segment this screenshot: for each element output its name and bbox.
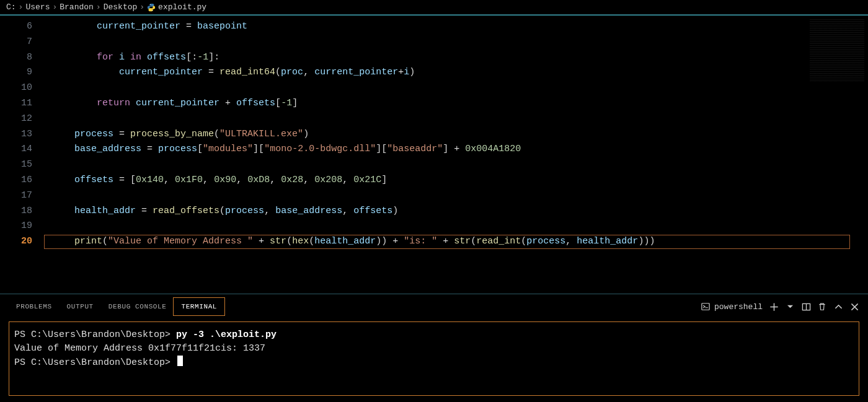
breadcrumb-separator: › — [140, 2, 144, 12]
terminal-cursor — [177, 356, 183, 366]
code-line[interactable]: base_address = process["modules"]["mono-… — [43, 142, 868, 157]
shell-name: powershell — [714, 302, 763, 312]
code-line[interactable]: offsets = [0x140, 0x1F0, 0x90, 0xD8, 0x2… — [43, 173, 868, 188]
code-line[interactable] — [43, 219, 868, 234]
panel-tab-terminal[interactable]: TERMINAL — [174, 298, 224, 315]
line-number-gutter: 67891011121314151617181920 — [0, 15, 43, 294]
line-number[interactable]: 20 — [0, 234, 43, 250]
code-line[interactable]: health_addr = read_offsets(process, base… — [43, 204, 868, 219]
code-line[interactable]: current_pointer = basepoint — [43, 19, 868, 35]
terminal[interactable]: PS C:\Users\Brandon\Desktop> py -3 .\exp… — [9, 321, 859, 396]
breadcrumb-segment[interactable]: Desktop — [104, 2, 138, 12]
terminal-prompt: PS C:\Users\Brandon\Desktop> — [14, 330, 176, 340]
line-number[interactable]: 12 — [0, 111, 43, 127]
breadcrumb-segment[interactable]: Brandon — [60, 2, 94, 12]
line-number[interactable]: 19 — [0, 219, 43, 234]
terminal-command: py -3 .\exploit.py — [176, 330, 277, 340]
breadcrumb[interactable]: C:›Users›Brandon›Desktop›exploit.py — [0, 0, 868, 15]
panel-tab-bar: PROBLEMSOUTPUTDEBUG CONSOLETERMINAL powe… — [0, 294, 868, 319]
breadcrumb-file[interactable]: exploit.py — [158, 2, 206, 12]
new-terminal-icon[interactable] — [769, 302, 779, 312]
terminal-prompt-line: PS C:\Users\Brandon\Desktop> py -3 .\exp… — [14, 328, 854, 342]
code-line[interactable]: print("Value of Memory Address " + str(h… — [43, 234, 851, 250]
line-number[interactable]: 14 — [0, 142, 43, 157]
panel-tab-output[interactable]: OUTPUT — [60, 298, 101, 315]
breadcrumb-segment[interactable]: Users — [25, 2, 50, 12]
split-terminal-icon[interactable] — [801, 302, 811, 312]
line-number[interactable]: 6 — [0, 19, 43, 35]
code-line[interactable]: current_pointer = read_int64(proc, curre… — [43, 65, 868, 81]
bottom-panel: PROBLEMSOUTPUTDEBUG CONSOLETERMINAL powe… — [0, 294, 868, 402]
code-line[interactable] — [43, 157, 868, 173]
svg-point-1 — [152, 10, 153, 11]
minimap[interactable] — [810, 19, 864, 81]
line-number[interactable]: 17 — [0, 188, 43, 204]
code-line[interactable]: return current_pointer + offsets[-1] — [43, 96, 868, 111]
code-line[interactable]: for i in offsets[:-1]: — [43, 50, 868, 66]
code-line[interactable] — [43, 35, 868, 50]
code-line[interactable] — [43, 188, 868, 204]
line-number[interactable]: 16 — [0, 173, 43, 188]
terminal-shell-label[interactable]: powershell — [701, 302, 763, 312]
line-number[interactable]: 7 — [0, 35, 43, 50]
code-line[interactable] — [43, 81, 868, 96]
code-area[interactable]: current_pointer = basepoint for i in off… — [43, 15, 868, 294]
terminal-output-line: Value of Memory Address 0x1f77f11f21cis:… — [14, 342, 854, 356]
breadcrumb-separator: › — [52, 2, 57, 12]
breadcrumb-segment[interactable]: C: — [6, 2, 16, 12]
terminal-prompt-line: PS C:\Users\Brandon\Desktop> — [14, 356, 854, 370]
kill-terminal-icon[interactable] — [817, 302, 827, 312]
code-line[interactable]: process = process_by_name("ULTRAKILL.exe… — [43, 127, 868, 142]
panel-tab-debug-console[interactable]: DEBUG CONSOLE — [101, 298, 174, 315]
line-number[interactable]: 11 — [0, 96, 43, 111]
app-window: C:›Users›Brandon›Desktop›exploit.py 6789… — [0, 0, 868, 402]
terminal-icon — [701, 302, 711, 312]
line-number[interactable]: 10 — [0, 81, 43, 96]
line-number[interactable]: 15 — [0, 157, 43, 173]
panel-tab-problems[interactable]: PROBLEMS — [9, 298, 60, 315]
line-number[interactable]: 8 — [0, 50, 43, 66]
maximize-panel-icon[interactable] — [833, 302, 843, 312]
line-number[interactable]: 9 — [0, 65, 43, 81]
close-panel-icon[interactable] — [849, 302, 859, 312]
line-number[interactable]: 18 — [0, 204, 43, 219]
terminal-prompt: PS C:\Users\Brandon\Desktop> — [14, 357, 176, 368]
python-file-icon — [147, 3, 156, 12]
breadcrumb-separator: › — [96, 2, 101, 12]
code-editor[interactable]: 67891011121314151617181920 current_point… — [0, 15, 868, 294]
line-number[interactable]: 13 — [0, 127, 43, 142]
breadcrumb-separator: › — [19, 2, 24, 12]
svg-point-0 — [150, 4, 151, 4]
panel-toolbar: powershell — [701, 302, 864, 312]
split-terminal-dropdown-icon[interactable] — [785, 302, 795, 312]
code-line[interactable] — [43, 111, 868, 127]
